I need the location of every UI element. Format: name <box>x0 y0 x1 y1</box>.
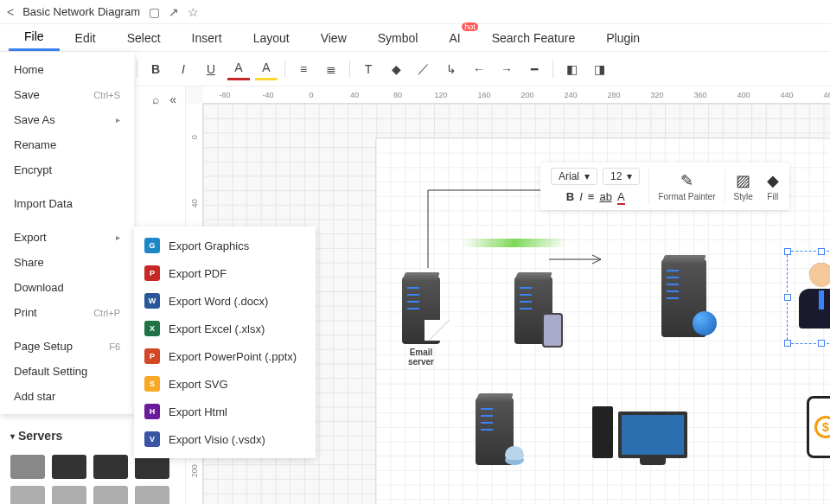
font-color-button[interactable]: A <box>227 58 250 80</box>
stencil-item[interactable] <box>10 486 45 504</box>
web-server-node[interactable] <box>661 259 706 337</box>
stencil-item[interactable] <box>135 455 169 479</box>
file-menu-default-setting[interactable]: Default Setting <box>0 359 134 384</box>
monitor-icon <box>618 411 687 458</box>
float-font-value: Arial <box>559 170 579 182</box>
menu-symbol[interactable]: Symbol <box>362 26 434 50</box>
export-export-word-docx-[interactable]: WExport Word (.docx) <box>134 287 316 315</box>
separator <box>648 169 649 203</box>
star-icon[interactable]: ☆ <box>188 5 199 19</box>
file-menu-rename[interactable]: Rename <box>0 132 134 157</box>
file-menu-import-data[interactable]: Import Data <box>0 191 134 216</box>
menu-edit[interactable]: Edit <box>60 26 112 50</box>
panel-b-button[interactable]: ◨ <box>588 58 610 80</box>
highlight-button[interactable]: A <box>255 58 278 80</box>
menu-plugin[interactable]: Plugin <box>591 26 655 50</box>
payment-phone-node[interactable]: $ <box>807 396 830 458</box>
arrow-end-button[interactable]: → <box>495 58 518 80</box>
paint-roller-icon: ✎ <box>680 171 693 190</box>
ruler-tick: 200 <box>506 91 549 99</box>
menu-item-label: Encrypt <box>14 163 52 176</box>
file-menu-download[interactable]: Download <box>0 275 134 300</box>
format-painter-button[interactable]: ✎ Format Painter <box>651 169 722 203</box>
align-button[interactable]: ≡ <box>588 190 595 205</box>
menu-item-label: Share <box>14 256 44 269</box>
export-export-powerpoint-pptx-[interactable]: PExport PowerPoint (.pptx) <box>134 342 316 370</box>
font-color-button[interactable]: A <box>617 190 625 205</box>
bold-button[interactable]: B <box>566 190 574 205</box>
collapse-icon[interactable]: « <box>169 93 176 106</box>
server-node[interactable] <box>514 277 552 344</box>
file-menu-dropdown[interactable]: HomeSaveCtrl+SSave As▸RenameEncryptImpor… <box>0 52 134 414</box>
filetype-icon: H <box>144 404 160 419</box>
connector-button[interactable]: ↳ <box>440 58 463 80</box>
style-button[interactable]: ▨ Style <box>727 169 760 203</box>
menu-item-label: Save As <box>14 113 55 126</box>
separator <box>725 169 725 203</box>
text-tool-button[interactable]: T <box>357 58 380 80</box>
underline-button[interactable]: U <box>200 58 222 80</box>
stencil-item[interactable] <box>10 455 45 479</box>
menu-select[interactable]: Select <box>112 26 176 50</box>
chevron-down-icon: ▾ <box>627 170 632 182</box>
menu-insert[interactable]: Insert <box>176 26 238 50</box>
fill-button[interactable]: ◆ Fill <box>760 169 786 203</box>
stencil-item[interactable] <box>135 486 169 504</box>
export-export-graphics[interactable]: GExport Graphics <box>134 232 316 259</box>
italic-button[interactable]: I <box>579 190 583 205</box>
menu-layout[interactable]: Layout <box>238 26 305 50</box>
share-icon[interactable]: ↗ <box>169 5 179 19</box>
stencil-item[interactable] <box>52 455 86 479</box>
menu-search-feature[interactable]: Search Feature <box>476 26 591 50</box>
document-title: Basic Network Diagram <box>22 5 140 18</box>
search-icon[interactable]: ⌕ <box>152 93 159 106</box>
file-menu-add-star[interactable]: Add star <box>0 384 134 409</box>
ruler-tick: 280 <box>592 91 635 99</box>
file-menu-print[interactable]: PrintCtrl+P <box>0 300 134 325</box>
line-tool-button[interactable]: ／ <box>412 58 435 80</box>
stencil-item[interactable] <box>52 486 86 504</box>
file-menu-save[interactable]: SaveCtrl+S <box>0 82 134 107</box>
style-label: Style <box>734 192 753 201</box>
menu-view[interactable]: View <box>305 26 362 50</box>
menu-file[interactable]: File <box>9 24 60 51</box>
file-menu-save-as[interactable]: Save As▸ <box>0 107 134 132</box>
arrow-start-button[interactable]: ← <box>468 58 490 80</box>
export-export-html[interactable]: HExport Html <box>134 398 316 425</box>
back-button[interactable]: < <box>7 5 14 19</box>
export-export-visio-vsdx-[interactable]: VExport Visio (.vsdx) <box>134 425 316 453</box>
line-style-button[interactable]: ━ <box>523 58 546 80</box>
export-export-pdf[interactable]: PExport PDF <box>134 259 316 287</box>
file-menu-share[interactable]: Share <box>0 250 134 275</box>
file-menu-export[interactable]: Export▸ <box>0 225 134 250</box>
stencil-item[interactable] <box>93 486 128 504</box>
bold-button[interactable]: B <box>144 58 167 80</box>
stencil-item[interactable] <box>93 455 128 479</box>
float-font-select[interactable]: Arial ▾ <box>551 168 597 185</box>
save-icon[interactable]: ▢ <box>149 5 160 19</box>
database-server-node[interactable] <box>476 398 514 465</box>
node-label: Email server <box>408 348 434 367</box>
export-export-svg[interactable]: SExport SVG <box>134 370 316 398</box>
align-vertical-button[interactable]: ≣ <box>320 58 342 80</box>
export-item-label: Export PowerPoint (.pptx) <box>169 350 297 363</box>
wireless-link-shape[interactable] <box>463 239 566 247</box>
file-menu-page-setup[interactable]: Page SetupF6 <box>0 334 134 359</box>
file-menu-home[interactable]: Home <box>0 57 134 82</box>
italic-button[interactable]: I <box>172 58 195 80</box>
float-size-select[interactable]: 12 ▾ <box>603 168 640 185</box>
file-menu-encrypt[interactable]: Encrypt <box>0 157 134 182</box>
floating-format-toolbar[interactable]: Arial ▾ 12 ▾ B I ≡ ab A ✎ <box>540 163 789 210</box>
text-box-button[interactable]: ab <box>599 190 611 205</box>
email-server-node[interactable]: Email server <box>402 277 440 367</box>
separator <box>284 61 285 78</box>
export-submenu[interactable]: GExport GraphicsPExport PDFWExport Word … <box>134 226 316 458</box>
fill-tool-button[interactable]: ◆ <box>385 58 407 80</box>
export-export-excel-xlsx-[interactable]: XExport Excel (.xlsx) <box>134 315 316 342</box>
workstation-node[interactable] <box>592 406 687 458</box>
align-horizontal-button[interactable]: ≡ <box>292 58 315 80</box>
menu-ai[interactable]: AIhot <box>433 26 476 50</box>
ruler-tick: 400 <box>722 91 765 99</box>
user-node[interactable] <box>799 263 830 330</box>
panel-a-button[interactable]: ◧ <box>560 58 583 80</box>
